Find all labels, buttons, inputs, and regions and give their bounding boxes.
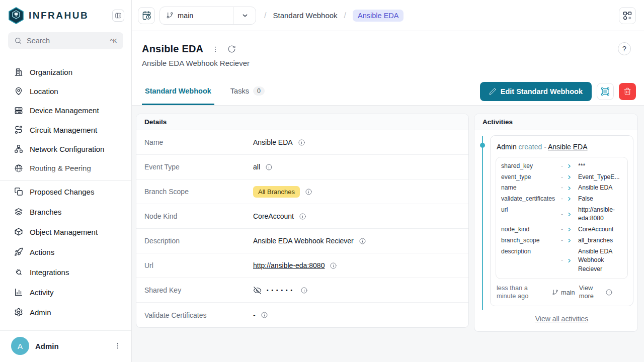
chevron-right-icon[interactable] (567, 186, 572, 191)
info-icon[interactable] (261, 311, 268, 319)
sidebar-item-activity[interactable]: Activity (0, 282, 131, 302)
property-dash: - (561, 210, 563, 219)
info-icon[interactable] (300, 287, 308, 294)
info-icon[interactable] (265, 163, 273, 171)
chevron-right-icon[interactable] (567, 258, 572, 263)
diff-icon (14, 187, 23, 196)
page-subtitle: Ansible EDA Webhook Reciever (142, 59, 634, 67)
sidebar-item-proposed-changes[interactable]: Proposed Changes (0, 182, 131, 202)
property-row: validate_certificates - False (501, 195, 622, 204)
sidebar-item-actions[interactable]: Actions (0, 242, 131, 262)
time-travel-button[interactable] (138, 7, 155, 24)
chevron-right-icon[interactable] (567, 238, 572, 243)
gear-icon (14, 308, 23, 317)
sidebar-divider (0, 180, 131, 180)
sidebar-item-routing-peering[interactable]: Routing & Peering (0, 159, 131, 178)
detail-label: Url (144, 261, 253, 269)
info-icon[interactable] (298, 139, 305, 146)
content-area: Details Name Ansible EDA Event Type all (132, 106, 644, 362)
url-link[interactable]: http://ansible-eda:8080 (253, 261, 325, 269)
property-name: description (501, 247, 557, 256)
breadcrumb-current[interactable]: Ansible EDA (353, 10, 404, 22)
panel-collapse-icon (115, 12, 122, 19)
chevron-right-icon[interactable] (567, 163, 572, 169)
edit-button[interactable]: Edit Standard Webhook (480, 82, 592, 101)
property-dash: - (561, 173, 563, 182)
sidebar-item-circuit-management[interactable]: Circuit Management (0, 120, 131, 139)
chevron-right-icon[interactable] (567, 196, 572, 202)
detail-row-shared-key: Shared Key •••••• (136, 278, 468, 303)
activity-event-card: Admin created - Ansible EDA shared_key -… (490, 135, 633, 306)
property-name: validate_certificates (501, 195, 557, 204)
sidebar-item-label: Integrations (30, 268, 69, 277)
branch-scope-badge: All Branches (253, 186, 300, 198)
detail-row-url: Url http://ansible-eda:8080 (136, 253, 468, 278)
property-name: node_kind (501, 225, 557, 234)
bar-chart-icon (14, 288, 23, 297)
chevron-right-icon[interactable] (567, 227, 572, 232)
property-value: http://ansible-eda:8080 (572, 206, 622, 223)
search-placeholder: Search (27, 37, 105, 45)
sidebar-item-admin[interactable]: Admin (0, 302, 131, 322)
chevron-right-icon[interactable] (567, 212, 572, 217)
info-icon[interactable] (299, 213, 306, 220)
timeline-dot (480, 143, 485, 148)
schema-visualizer-button[interactable] (619, 7, 636, 24)
event-footer: less than a minute ago main View more (496, 284, 628, 301)
sidebar-item-organization[interactable]: Organization (0, 62, 131, 81)
detail-value: all (253, 163, 260, 171)
breadcrumb-section[interactable]: Standard Webhook (273, 11, 337, 20)
user-menu[interactable]: A Admin (0, 330, 131, 362)
user-menu-button[interactable] (112, 340, 123, 351)
event-object-link[interactable]: Ansible EDA (548, 143, 588, 151)
sidebar-item-label: Network Configuration (30, 145, 104, 153)
detail-row-name: Name Ansible EDA (136, 130, 468, 155)
detail-row-event-type: Event Type all (136, 155, 468, 179)
brand-name: INFRAHUB (29, 10, 108, 21)
view-more-link[interactable]: View more (579, 284, 601, 300)
property-row: node_kind - CoreAccount (501, 225, 622, 234)
branch-selector[interactable]: main (159, 7, 256, 25)
property-name: event_type (501, 173, 557, 182)
sidebar-item-label: Proposed Changes (30, 188, 94, 196)
info-icon[interactable] (305, 188, 312, 196)
edit-button-label: Edit Standard Webhook (501, 87, 583, 96)
event-branch[interactable]: main (552, 289, 575, 296)
info-icon[interactable] (330, 262, 337, 269)
info-icon[interactable] (359, 237, 366, 245)
detail-row-description: Description Ansible EDA Webhook Reciever (136, 229, 468, 253)
sidebar-item-device-management[interactable]: Device Management (0, 101, 131, 120)
detail-label: Description (144, 237, 253, 245)
view-all-link[interactable]: View all activities (535, 315, 589, 323)
event-properties: shared_key - *** event_type - Event_Type… (496, 157, 628, 279)
breadcrumb: / Standard Webhook / Ansible EDA (264, 10, 404, 22)
sidebar-item-integrations[interactable]: Integrations (0, 262, 131, 282)
property-dash: - (561, 162, 563, 171)
title-menu-button[interactable] (211, 45, 219, 53)
collapse-sidebar-button[interactable] (112, 10, 124, 22)
property-value: all_branches (572, 236, 622, 245)
delete-button[interactable] (619, 83, 636, 100)
refresh-button[interactable] (227, 45, 236, 53)
tab-tasks[interactable]: Tasks 0 (227, 78, 268, 105)
tab-standard-webhook[interactable]: Standard Webhook (142, 78, 214, 105)
sidebar-item-label: Location (30, 87, 58, 96)
activities-panel: Activities Admin created - Ansible EDA (474, 114, 638, 332)
help-button[interactable]: ? (618, 42, 631, 55)
sidebar-item-branches[interactable]: Branches (0, 202, 131, 222)
refresh-icon (227, 45, 236, 53)
property-row: branch_scope - all_branches (501, 236, 622, 245)
sidebar-item-location[interactable]: Location (0, 81, 131, 101)
sidebar-item-network-configuration[interactable]: Network Configuration (0, 139, 131, 158)
sidebar-item-object-management[interactable]: Object Management (0, 222, 131, 242)
search-input[interactable]: Search ^K (8, 32, 123, 49)
eye-off-icon[interactable] (253, 286, 262, 295)
activities-timeline: Admin created - Ansible EDA shared_key -… (474, 130, 637, 331)
info-icon[interactable] (605, 289, 613, 296)
chevron-right-icon[interactable] (567, 174, 572, 180)
manage-object-button[interactable] (597, 83, 614, 100)
detail-row-node-kind: Node Kind CoreAccount (136, 204, 468, 229)
property-dash: - (561, 236, 563, 245)
detail-label: Name (144, 138, 253, 146)
property-value: *** (572, 162, 622, 171)
